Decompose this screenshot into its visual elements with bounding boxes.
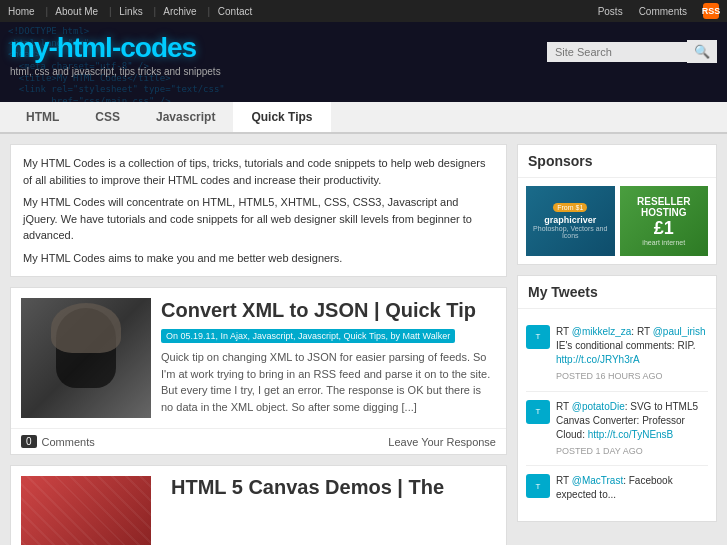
- tweet-item-1: T RT @mikkelz_za: RT @paul_irish IE's co…: [526, 317, 708, 392]
- sponsor-graphicriver-inner: From $1 graphicriver Photoshop, Vectors …: [526, 186, 615, 256]
- article-title-2[interactable]: HTML 5 Canvas Demos | The: [171, 476, 444, 499]
- sponsor-hosting-inner: RESELLER HOSTING £1 iheart internet: [620, 186, 709, 256]
- nav-about[interactable]: About Me: [55, 6, 98, 17]
- tweet-avatar-2: T: [526, 400, 550, 424]
- main-navigation: HTML CSS Javascript Quick Tips: [0, 102, 727, 134]
- top-nav-right: Posts Comments RSS: [598, 3, 719, 19]
- site-title-area: my-html-codes html, css and javascript, …: [10, 32, 221, 77]
- sponsor-hosting-sub: iheart internet: [642, 239, 685, 246]
- nav-contact[interactable]: Contact: [218, 6, 252, 17]
- tweet-content-3: RT @MacTrast: Facebook expected to...: [556, 474, 708, 505]
- article-excerpt-1: Quick tip on changing XML to JSON for ea…: [161, 349, 496, 415]
- nav-links[interactable]: Links: [119, 6, 142, 17]
- content-wrapper: My HTML Codes is a collection of tips, t…: [0, 134, 727, 545]
- tweet-text-2: RT @potatoDie: SVG to HTML5 Canvas Conve…: [556, 400, 708, 442]
- tweet-content-2: RT @potatoDie: SVG to HTML5 Canvas Conve…: [556, 400, 708, 458]
- article-inner-1: Convert XML to JSON | Quick Tip On 05.19…: [11, 288, 506, 428]
- intro-p1: My HTML Codes is a collection of tips, t…: [23, 155, 494, 188]
- article-thumbnail-2: [21, 476, 151, 545]
- sponsors-title: Sponsors: [518, 145, 716, 178]
- tweets-title: My Tweets: [518, 276, 716, 309]
- comment-count-1: 0 Comments: [21, 435, 95, 448]
- tweet-link-paul[interactable]: @paul_irish: [653, 326, 706, 337]
- search-button[interactable]: 🔍: [687, 40, 717, 63]
- tab-quick-tips[interactable]: Quick Tips: [233, 100, 330, 132]
- tweet-item-3: T RT @MacTrast: Facebook expected to...: [526, 466, 708, 513]
- tab-css[interactable]: CSS: [77, 102, 138, 132]
- sponsor-from-badge: From $1: [553, 203, 587, 212]
- sponsors-content: From $1 graphicriver Photoshop, Vectors …: [518, 178, 716, 264]
- sidebar: Sponsors From $1 graphicriver Photoshop,…: [517, 144, 717, 545]
- sponsor-hosting-price: £1: [654, 218, 674, 239]
- sponsor-graphicriver-sub: Photoshop, Vectors and Icons: [530, 225, 611, 239]
- article-card-2: HTML 5 Canvas Demos | The: [10, 465, 507, 545]
- site-subtitle: html, css and javascript, tips tricks an…: [10, 66, 221, 77]
- tweet-text-3: RT @MacTrast: Facebook expected to...: [556, 474, 708, 502]
- comments-link-1[interactable]: Comments: [42, 436, 95, 448]
- site-header: <!DOCTYPE html> <html lang="en"> <head> …: [0, 22, 727, 102]
- intro-section: My HTML Codes is a collection of tips, t…: [10, 144, 507, 277]
- tab-html[interactable]: HTML: [8, 102, 77, 132]
- comment-badge-1: 0: [21, 435, 37, 448]
- nav-comments[interactable]: Comments: [639, 6, 687, 17]
- tweet-avatar-1: T: [526, 325, 550, 349]
- nav-sep2: |: [109, 6, 112, 17]
- article-thumbnail-1: [21, 298, 151, 418]
- intro-p3: My HTML Codes aims to make you and me be…: [23, 250, 494, 267]
- tweet-time-1: POSTED 16 HOURS AGO: [556, 370, 708, 383]
- sponsor-graphicriver-name: graphicriver: [544, 215, 596, 225]
- tweets-content: T RT @mikkelz_za: RT @paul_irish IE's co…: [518, 309, 716, 521]
- article-text-1: Convert XML to JSON | Quick Tip On 05.19…: [161, 298, 496, 418]
- article-inner-2: HTML 5 Canvas Demos | The: [21, 476, 496, 545]
- tweet-content-1: RT @mikkelz_za: RT @paul_irish IE's cond…: [556, 325, 708, 383]
- nav-archive[interactable]: Archive: [163, 6, 196, 17]
- nav-sep4: |: [207, 6, 210, 17]
- sponsor-graphicriver[interactable]: From $1 graphicriver Photoshop, Vectors …: [526, 186, 615, 256]
- tweet-item-2: T RT @potatoDie: SVG to HTML5 Canvas Con…: [526, 392, 708, 467]
- tweet-text-1: RT @mikkelz_za: RT @paul_irish IE's cond…: [556, 325, 708, 367]
- tweet-url-1[interactable]: http://t.co/JRYh3rA: [556, 354, 640, 365]
- nav-posts[interactable]: Posts: [598, 6, 623, 17]
- article-title-1[interactable]: Convert XML to JSON | Quick Tip: [161, 298, 496, 322]
- tab-javascript[interactable]: Javascript: [138, 102, 233, 132]
- tweets-section: My Tweets T RT @mikkelz_za: RT @paul_iri…: [517, 275, 717, 522]
- article-meta-text-1: On 05.19.11, In Ajax, Javascript, Javasc…: [166, 331, 450, 341]
- sponsor-hosting-title: RESELLER HOSTING: [624, 196, 705, 218]
- tweet-link-potato[interactable]: @potatoDie: [572, 401, 625, 412]
- tweet-link-mikkelz[interactable]: @mikkelz_za: [572, 326, 632, 337]
- article-footer-1: 0 Comments Leave Your Response: [11, 428, 506, 454]
- top-navigation: Home | About Me | Links | Archive | Cont…: [0, 0, 727, 22]
- tweet-avatar-3: T: [526, 474, 550, 498]
- tweet-time-2: POSTED 1 DAY AGO: [556, 445, 708, 458]
- tweet-url-2[interactable]: http://t.co/TyNEnsB: [588, 429, 674, 440]
- main-content: My HTML Codes is a collection of tips, t…: [10, 144, 507, 545]
- search-area: 🔍: [547, 40, 717, 63]
- top-nav-left: Home | About Me | Links | Archive | Cont…: [8, 6, 260, 17]
- article-card-1: Convert XML to JSON | Quick Tip On 05.19…: [10, 287, 507, 455]
- sponsors-grid: From $1 graphicriver Photoshop, Vectors …: [526, 186, 708, 256]
- article-image-1: [21, 298, 151, 418]
- site-title[interactable]: my-html-codes: [10, 32, 221, 64]
- rss-icon[interactable]: RSS: [703, 3, 719, 19]
- tweet-link-mactrast[interactable]: @MacTrast: [572, 475, 623, 486]
- nav-sep3: |: [153, 6, 156, 17]
- leave-response-1[interactable]: Leave Your Response: [388, 436, 496, 448]
- intro-p2: My HTML Codes will concentrate on HTML, …: [23, 194, 494, 244]
- article-meta-1: On 05.19.11, In Ajax, Javascript, Javasc…: [161, 329, 455, 343]
- search-input[interactable]: [547, 42, 687, 62]
- sponsor-hosting[interactable]: RESELLER HOSTING £1 iheart internet: [620, 186, 709, 256]
- nav-home[interactable]: Home: [8, 6, 35, 17]
- nav-sep1: |: [45, 6, 48, 17]
- sponsors-section: Sponsors From $1 graphicriver Photoshop,…: [517, 144, 717, 265]
